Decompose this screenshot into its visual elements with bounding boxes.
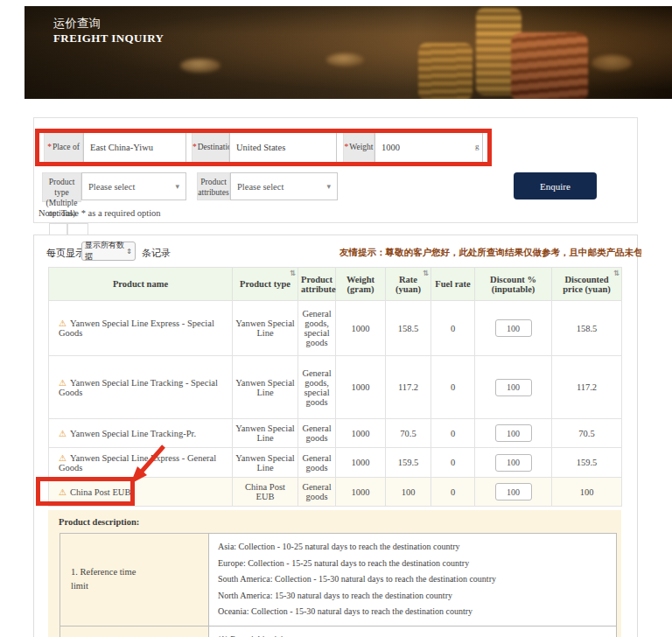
sort-icon[interactable]: ⇅ xyxy=(290,269,296,277)
description-row-label: 2. Price composition xyxy=(60,626,209,637)
chevron-down-icon: ▾ xyxy=(175,182,179,191)
warning-icon: ⚠ xyxy=(59,429,66,438)
fuel-rate-value: 0 xyxy=(431,301,475,356)
product-attributes: General goods, special goods xyxy=(298,301,336,356)
page-title-chinese: 运价查询 xyxy=(53,16,101,32)
product-type: Yanwen Special Line xyxy=(233,301,298,356)
weight-value: 1000 xyxy=(336,301,386,356)
description-line: (1) Renminbi pricing xyxy=(218,632,607,637)
sort-icon[interactable]: ⇅ xyxy=(423,269,429,277)
discount-input[interactable] xyxy=(495,379,532,396)
product-name: China Post EUB xyxy=(70,487,130,497)
rate-value: 159.5 xyxy=(386,448,431,478)
header-fuel-rate: Fuel rate xyxy=(431,268,475,301)
rate-value: 70.5 xyxy=(386,419,431,448)
fuel-rate-value: 0 xyxy=(431,419,475,448)
required-asterisk: * xyxy=(47,143,52,151)
product-description-panel: Product description: 1. Reference time l… xyxy=(48,510,621,637)
coin-image xyxy=(592,55,632,71)
product-type: Yanwen Special Line xyxy=(233,448,298,478)
coin-image xyxy=(326,53,364,66)
header-product-type: ⇅Product type xyxy=(233,268,298,301)
warning-icon: ⚠ xyxy=(59,487,66,497)
enquire-button[interactable]: Enquire xyxy=(514,172,597,200)
discounted-price-value: 70.5 xyxy=(552,419,622,448)
description-row-content: (1) Renminbi pricing (2) No fuel surchar… xyxy=(209,626,617,637)
product-name: Yanwen Special Line Tracking - Special G… xyxy=(59,378,218,397)
discounted-price-value: 159.5 xyxy=(552,448,622,478)
header-discounted-price: ⇅Discounted price (yuan) xyxy=(552,268,622,301)
product-name: Yanwen Special Line Express - Special Go… xyxy=(59,318,214,338)
header-product-name: Product name xyxy=(49,268,233,301)
description-line: Asia: Collection - 10-25 natural days to… xyxy=(218,539,607,556)
header-discount: Discount % (inputable) xyxy=(475,268,552,301)
product-name: Yanwen Special Line Express - General Go… xyxy=(59,453,216,472)
select-stepper-icon: ⇕ xyxy=(126,248,132,256)
weight-label: *Weight xyxy=(343,132,374,163)
table-row[interactable]: ⚠Yanwen Special Line Tracking - Special … xyxy=(49,356,622,419)
fuel-rate-value: 0 xyxy=(431,478,475,507)
discount-input[interactable] xyxy=(495,424,532,442)
fuel-rate-value: 0 xyxy=(431,356,475,419)
table-header-row: Product name ⇅Product type Product attri… xyxy=(49,268,622,301)
discounted-price-value: 100 xyxy=(552,478,622,507)
rate-value: 117.2 xyxy=(386,356,431,419)
freight-results-table: Product name ⇅Product type Product attri… xyxy=(48,267,622,507)
description-line: Oceania: Collection - 15-30 natural days… xyxy=(218,604,607,620)
fuel-rate-value: 0 xyxy=(431,448,475,478)
product-type-select[interactable]: Please select▾ xyxy=(81,172,186,200)
destination-label: *Destination xyxy=(192,132,229,163)
weight-unit-label: g xyxy=(475,142,480,150)
table-row[interactable]: ⚠Yanwen Special Line Express - General G… xyxy=(49,448,622,478)
coin-image xyxy=(180,59,220,73)
coin-stack-image xyxy=(476,8,522,95)
table-row[interactable]: ⚠Yanwen Special Line Tracking-Pr. Yanwen… xyxy=(49,419,622,448)
table-row-china-post-eub[interactable]: ⚠China Post EUB China Post EUB General g… xyxy=(49,478,622,507)
description-row-content: Asia: Collection - 10-25 natural days to… xyxy=(209,534,617,626)
discount-input[interactable] xyxy=(495,483,532,500)
product-attributes: General goods xyxy=(298,419,336,448)
product-attributes: General goods, special goods xyxy=(298,356,336,419)
warning-icon: ⚠ xyxy=(59,453,66,463)
description-row-label: 1. Reference time limit xyxy=(60,534,209,626)
product-name: Yanwen Special Line Tracking-Pr. xyxy=(70,429,196,438)
warning-icon: ⚠ xyxy=(59,318,66,328)
chevron-down-icon: ▾ xyxy=(326,182,331,191)
page-banner: 运价查询 FREIGHT INQUIRY xyxy=(24,6,672,99)
rate-value: 100 xyxy=(386,478,431,507)
discount-input[interactable] xyxy=(495,454,532,472)
product-attributes: General goods xyxy=(298,448,336,478)
friendly-reminder-text: 友情提示：尊敬的客户您好，此处所查询结果仅做参考，且中邮类产品未包含干线费，所有… xyxy=(340,247,641,259)
place-of-label: *Place of xyxy=(44,132,83,163)
coin-stack-image xyxy=(418,43,472,99)
weight-value: 1000 xyxy=(336,478,386,507)
description-line: Europe: Collection - 15-25 natural days … xyxy=(218,556,607,572)
description-line: South America: Collection - 15-30 natura… xyxy=(218,571,607,588)
weight-input[interactable] xyxy=(374,131,483,164)
product-attributes: General goods xyxy=(298,478,336,507)
product-description-title: Product description: xyxy=(59,517,611,527)
product-type: Yanwen Special Line xyxy=(233,356,298,419)
weight-value: 1000 xyxy=(336,356,386,419)
destination-input[interactable] xyxy=(229,131,337,164)
per-page-prefix-label: 每页显示 xyxy=(46,247,85,260)
header-product-attributes: Product attributes xyxy=(298,268,336,301)
header-weight: Weight (gram) xyxy=(336,268,386,301)
page-title-english: FREIGHT INQUIRY xyxy=(53,32,164,46)
required-note: Note: Take * as a required option xyxy=(38,208,161,218)
product-description-table: 1. Reference time limit Asia: Collection… xyxy=(60,533,617,637)
freight-inquiry-page: 运价查询 FREIGHT INQUIRY *Place of *Destinat… xyxy=(0,0,672,637)
discount-input[interactable] xyxy=(495,319,532,337)
table-row[interactable]: ⚠Yanwen Special Line Express - Special G… xyxy=(49,301,622,356)
rate-value: 158.5 xyxy=(386,301,431,356)
weight-value: 1000 xyxy=(336,448,386,478)
coin-stack-image xyxy=(511,32,588,99)
place-of-input[interactable] xyxy=(83,131,186,164)
weight-value: 1000 xyxy=(336,419,386,448)
required-asterisk: * xyxy=(345,143,349,151)
warning-icon: ⚠ xyxy=(59,378,66,388)
product-type-label: Product type (Multiple options) xyxy=(42,172,81,202)
sort-icon[interactable]: ⇅ xyxy=(613,269,620,277)
per-page-select[interactable]: 显示所有数据⇕ xyxy=(81,242,136,261)
product-attributes-select[interactable]: Please select▾ xyxy=(230,172,338,200)
